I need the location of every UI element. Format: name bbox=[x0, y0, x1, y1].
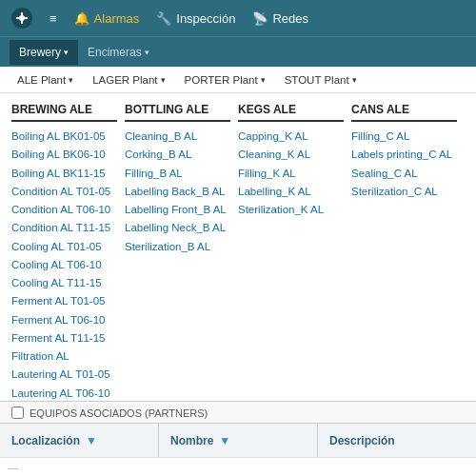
descripcion-label: Descripción bbox=[329, 434, 395, 447]
cans-ale-header: CANS ALE bbox=[351, 103, 457, 122]
nav-alarmas-label: Alarmas bbox=[94, 11, 140, 26]
porter-plant-btn[interactable]: PORTER Plant ▾ bbox=[175, 70, 275, 89]
list-item[interactable]: Boiling AL BK01-05 bbox=[11, 128, 117, 146]
list-item[interactable]: Labelling Back_B AL bbox=[125, 183, 230, 201]
partners-section: EQUIPOS ASOCIADOS (PARTNERS) bbox=[0, 401, 476, 423]
localizacion-column-header: Localización ▼ bbox=[0, 424, 159, 457]
list-item[interactable]: Corking_B AL bbox=[125, 146, 230, 164]
list-item[interactable]: Sterilization_B AL bbox=[125, 238, 230, 256]
stout-plant-btn[interactable]: STOUT Plant ▾ bbox=[275, 70, 367, 89]
lager-plant-btn[interactable]: LAGER Plant ▾ bbox=[83, 70, 174, 89]
list-item[interactable]: Ferment AL T06-10 bbox=[11, 311, 117, 329]
bottom-row: — bbox=[0, 457, 476, 476]
nombre-label: Nombre bbox=[170, 434, 213, 447]
list-item[interactable]: Cleaning_B AL bbox=[125, 128, 230, 146]
ale-plant-btn[interactable]: ALE Plant ▾ bbox=[8, 70, 83, 89]
ale-plant-arrow: ▾ bbox=[69, 75, 73, 85]
encimeras-label: Encimeras bbox=[88, 46, 142, 59]
kegs-ale-column: KEGS ALE Capping_K AL Cleaning_K AL Fill… bbox=[238, 103, 351, 397]
wrench-icon: 🔧 bbox=[156, 11, 171, 26]
bottling-ale-header: BOTTLING ALE bbox=[125, 103, 230, 122]
nombre-column-header: Nombre ▼ bbox=[159, 424, 318, 457]
bottom-indicator: — bbox=[8, 462, 18, 473]
partners-label: EQUIPOS ASOCIADOS (PARTNERS) bbox=[30, 407, 208, 419]
menu-button[interactable]: ≡ bbox=[50, 11, 57, 26]
nombre-filter-icon[interactable]: ▼ bbox=[219, 434, 230, 447]
bell-icon: 🔔 bbox=[74, 11, 89, 26]
list-item[interactable]: Labelling Neck_B AL bbox=[125, 219, 230, 237]
second-navigation: Brewery ▾ Encimeras ▾ bbox=[0, 36, 476, 67]
nav-redes[interactable]: 📡 Redes bbox=[252, 11, 308, 26]
nav-redes-label: Redes bbox=[272, 11, 308, 26]
localizacion-label: Localización bbox=[11, 434, 80, 447]
main-content: BREWING ALE Boiling AL BK01-05 Boiling A… bbox=[0, 93, 476, 476]
partners-checkbox[interactable] bbox=[11, 407, 24, 419]
encimeras-menu[interactable]: Encimeras ▾ bbox=[78, 40, 159, 65]
stout-plant-arrow: ▾ bbox=[352, 75, 357, 85]
list-item[interactable]: Sterilization_K AL bbox=[238, 201, 344, 219]
list-item[interactable]: Ferment AL T01-05 bbox=[11, 292, 117, 310]
list-item[interactable]: Filling_B AL bbox=[125, 165, 230, 183]
localizacion-filter-icon[interactable]: ▼ bbox=[86, 434, 97, 447]
ale-plant-label: ALE Plant bbox=[17, 74, 66, 86]
list-item[interactable]: Labelling Front_B AL bbox=[125, 201, 230, 219]
brewing-ale-column: BREWING ALE Boiling AL BK01-05 Boiling A… bbox=[11, 103, 125, 397]
list-item[interactable]: Filling_K AL bbox=[238, 165, 344, 183]
nav-inspeccion-label: Inspección bbox=[176, 11, 235, 26]
kegs-ale-header: KEGS ALE bbox=[238, 103, 344, 122]
list-item[interactable]: Condition AL T11-15 bbox=[11, 219, 117, 237]
app-logo bbox=[11, 8, 32, 29]
lager-plant-label: LAGER Plant bbox=[92, 74, 157, 86]
list-item[interactable]: Filling_C AL bbox=[351, 128, 457, 146]
list-item[interactable]: Cleaning_K AL bbox=[238, 146, 344, 164]
bottling-ale-column: BOTTLING ALE Cleaning_B AL Corking_B AL … bbox=[125, 103, 238, 397]
list-item[interactable]: Ferment AL T11-15 bbox=[11, 329, 117, 347]
brewery-menu[interactable]: Brewery ▾ bbox=[10, 40, 78, 65]
plant-navigation: ALE Plant ▾ LAGER Plant ▾ PORTER Plant ▾… bbox=[0, 67, 476, 93]
brewery-arrow: ▾ bbox=[64, 48, 69, 57]
list-item[interactable]: Labels printing_C AL bbox=[351, 146, 457, 164]
porter-plant-label: PORTER Plant bbox=[185, 74, 258, 86]
columns-area: BREWING ALE Boiling AL BK01-05 Boiling A… bbox=[0, 93, 476, 401]
encimeras-arrow: ▾ bbox=[145, 48, 149, 57]
network-icon: 📡 bbox=[252, 11, 268, 26]
list-item[interactable]: Sealing_C AL bbox=[351, 165, 457, 183]
list-item[interactable]: Filtration AL bbox=[11, 347, 117, 366]
descripcion-column-header: Descripción bbox=[318, 424, 476, 457]
partners-header: EQUIPOS ASOCIADOS (PARTNERS) bbox=[11, 407, 465, 419]
brewing-ale-header: BREWING ALE bbox=[11, 103, 117, 122]
stout-plant-label: STOUT Plant bbox=[285, 74, 349, 86]
hamburger-icon: ≡ bbox=[50, 11, 57, 26]
list-item[interactable]: Cooling AL T01-05 bbox=[11, 238, 117, 256]
lager-plant-arrow: ▾ bbox=[161, 75, 166, 85]
list-item[interactable]: Sterilization_C AL bbox=[351, 183, 457, 201]
list-item[interactable]: Cooling AL T11-15 bbox=[11, 274, 117, 292]
table-footer: Localización ▼ Nombre ▼ Descripción bbox=[0, 423, 476, 457]
list-item[interactable]: Labelling_K AL bbox=[238, 183, 344, 201]
nav-inspeccion[interactable]: 🔧 Inspección bbox=[156, 11, 235, 26]
list-item[interactable]: Condition AL T06-10 bbox=[11, 201, 117, 219]
porter-plant-arrow: ▾ bbox=[261, 75, 266, 85]
nav-alarmas[interactable]: 🔔 Alarmas bbox=[74, 11, 140, 26]
list-item[interactable]: Cooling AL T06-10 bbox=[11, 256, 117, 274]
svg-point-3 bbox=[19, 15, 25, 21]
top-navigation: ≡ 🔔 Alarmas 🔧 Inspección 📡 Redes bbox=[0, 0, 476, 36]
cans-ale-column: CANS ALE Filling_C AL Labels printing_C … bbox=[351, 103, 465, 397]
list-item[interactable]: Boiling AL BK11-15 bbox=[11, 165, 117, 183]
list-item[interactable]: Lautering AL T01-05 bbox=[11, 366, 117, 384]
list-item[interactable]: Boiling AL BK06-10 bbox=[11, 146, 117, 164]
list-item[interactable]: Condition AL T01-05 bbox=[11, 183, 117, 201]
list-item[interactable]: Capping_K AL bbox=[238, 128, 344, 146]
list-item[interactable]: Lautering AL T06-10 bbox=[11, 385, 117, 402]
brewery-label: Brewery bbox=[19, 46, 61, 59]
